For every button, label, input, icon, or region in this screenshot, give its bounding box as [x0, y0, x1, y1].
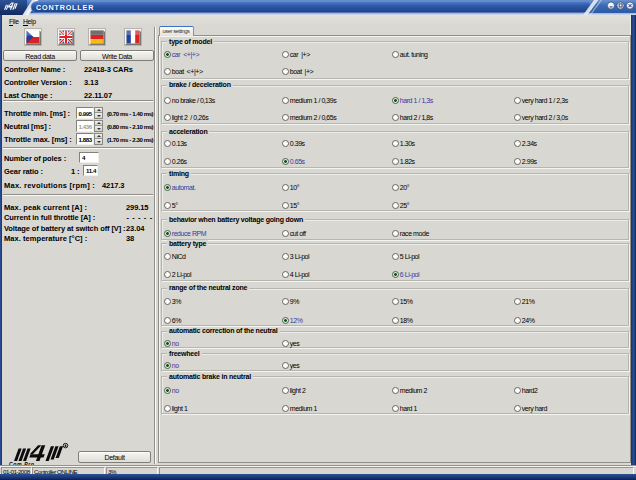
- svg-text:CONTROLLER: CONTROLLER: [36, 3, 94, 12]
